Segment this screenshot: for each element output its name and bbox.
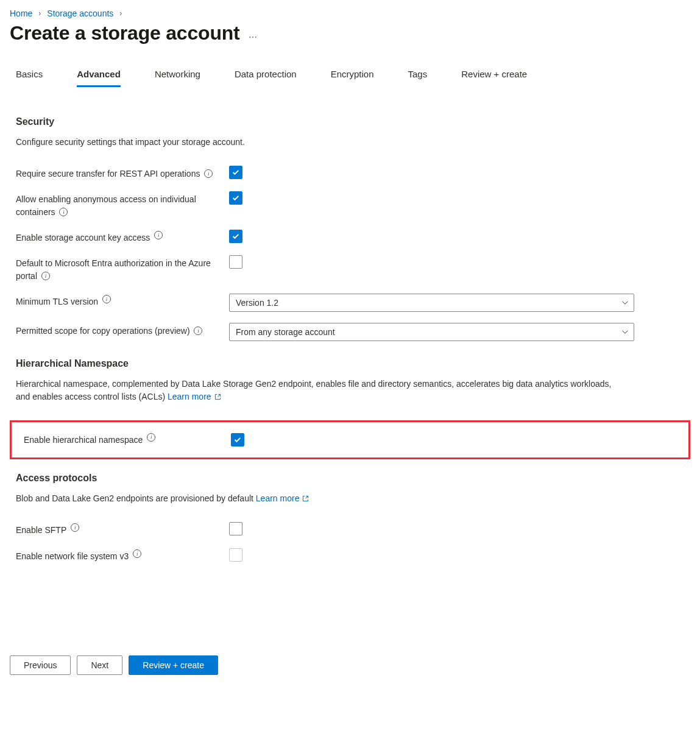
tab-networking[interactable]: Networking: [155, 69, 200, 87]
label-key-access: Enable storage account key access i: [16, 230, 229, 244]
select-tls-version[interactable]: Version 1.2: [229, 294, 634, 312]
section-heading-security: Security: [10, 116, 690, 127]
label-secure-transfer: Require secure transfer for REST API ope…: [16, 166, 229, 180]
info-icon[interactable]: i: [133, 549, 141, 558]
label-enable-sftp: Enable SFTP i: [16, 522, 229, 537]
info-icon[interactable]: i: [204, 169, 213, 178]
tabs: Basics Advanced Networking Data protecti…: [10, 69, 690, 87]
more-icon[interactable]: ⋯: [249, 32, 258, 42]
label-enable-hns: Enable hierarchical namespace i: [24, 434, 231, 447]
label-tls-version: Minimum TLS version i: [16, 294, 229, 308]
next-button[interactable]: Next: [77, 655, 122, 675]
section-desc-access: Blob and Data Lake Gen2 endpoints are pr…: [10, 492, 625, 505]
section-heading-hns: Hierarchical Namespace: [10, 358, 690, 369]
wizard-footer: Previous Next Review + create: [0, 646, 700, 685]
info-icon[interactable]: i: [147, 433, 155, 442]
checkbox-key-access[interactable]: [229, 230, 242, 243]
info-icon[interactable]: i: [194, 327, 202, 335]
select-copy-scope[interactable]: From any storage account: [229, 323, 634, 341]
select-value: Version 1.2: [236, 298, 278, 308]
info-icon[interactable]: i: [59, 208, 68, 216]
tab-tags[interactable]: Tags: [408, 69, 428, 87]
tab-review-create[interactable]: Review + create: [461, 69, 527, 87]
section-desc-security: Configure security settings that impact …: [10, 136, 625, 149]
chevron-right-icon: ›: [38, 9, 41, 18]
section-desc-hns: Hierarchical namespace, complemented by …: [10, 378, 625, 403]
checkbox-enable-nfs: [229, 548, 242, 562]
breadcrumb-home[interactable]: Home: [10, 9, 32, 18]
link-access-learn-more[interactable]: Learn more: [256, 493, 309, 503]
highlight-box-hns: Enable hierarchical namespace i: [10, 420, 690, 459]
select-value: From any storage account: [236, 327, 335, 337]
info-icon[interactable]: i: [102, 295, 111, 303]
chevron-down-icon: [621, 299, 629, 306]
link-hns-learn-more[interactable]: Learn more: [168, 392, 221, 401]
label-entra-default: Default to Microsoft Entra authorization…: [16, 255, 229, 283]
info-icon[interactable]: i: [41, 272, 50, 280]
info-icon[interactable]: i: [71, 523, 79, 532]
breadcrumb: Home › Storage accounts ›: [10, 9, 690, 18]
review-create-button[interactable]: Review + create: [129, 655, 218, 675]
label-copy-scope: Permitted scope for copy operations (pre…: [16, 323, 229, 337]
tab-encryption[interactable]: Encryption: [331, 69, 374, 87]
info-icon[interactable]: i: [154, 231, 163, 239]
checkbox-entra-default[interactable]: [229, 255, 242, 269]
tab-basics[interactable]: Basics: [16, 69, 43, 87]
checkbox-enable-hns[interactable]: [231, 433, 244, 447]
checkbox-enable-sftp[interactable]: [229, 522, 242, 535]
chevron-right-icon: ›: [119, 9, 122, 18]
label-anonymous-access: Allow enabling anonymous access on indiv…: [16, 191, 229, 219]
tab-data-protection[interactable]: Data protection: [235, 69, 297, 87]
previous-button[interactable]: Previous: [10, 655, 71, 675]
checkbox-secure-transfer[interactable]: [229, 166, 242, 179]
section-heading-access: Access protocols: [10, 473, 690, 484]
checkbox-anonymous-access[interactable]: [229, 191, 242, 205]
page-title: Create a storage account: [10, 22, 240, 44]
label-enable-nfs: Enable network file system v3 i: [16, 548, 229, 563]
breadcrumb-storage-accounts[interactable]: Storage accounts: [47, 9, 113, 18]
tab-advanced[interactable]: Advanced: [77, 69, 121, 87]
chevron-down-icon: [621, 328, 629, 336]
